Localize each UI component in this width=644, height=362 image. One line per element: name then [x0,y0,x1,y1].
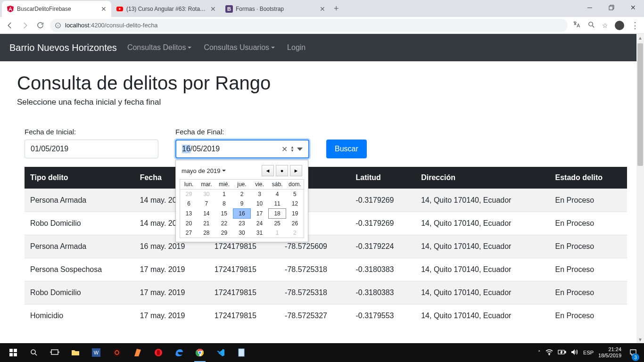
forward-button[interactable] [20,21,30,30]
edge-icon[interactable] [170,343,189,362]
date-final-input[interactable]: 16/05/2019 ✕ ▲▼ [175,140,309,158]
taskview-icon[interactable] [45,343,64,362]
tray-caret-icon[interactable]: ˄ [538,350,541,356]
url-input[interactable]: localhost:4200/consul-delito-fecha [50,19,568,32]
new-tab-button[interactable]: + [334,4,339,14]
dp-day[interactable]: 3 [251,189,269,199]
cell: Persona Sospechosa [25,258,134,281]
dp-day[interactable]: 13 [180,209,198,219]
svg-text:W: W [94,350,99,355]
dp-day[interactable]: 20 [180,219,198,229]
dp-day[interactable]: 11 [268,199,286,209]
dp-day[interactable]: 6 [180,199,198,209]
browser-tab[interactable]: B Formas · Bootstrap ✕ [221,1,330,17]
word-icon[interactable]: W [87,343,106,362]
scroll-thumb[interactable] [637,43,643,166]
dp-day[interactable]: 27 [180,228,198,238]
dp-day[interactable]: 2 [233,189,251,199]
star-icon[interactable]: ☆ [602,22,608,29]
app-icon-3[interactable] [232,343,251,362]
dp-day[interactable]: 15 [215,209,233,219]
dp-day[interactable]: 17 [251,209,269,219]
reload-button[interactable] [35,21,45,29]
dp-day[interactable]: 2 [286,228,304,238]
window-close[interactable]: ✕ [622,0,644,15]
lang-indicator[interactable]: ESP [583,350,594,355]
close-icon[interactable]: ✕ [210,5,216,13]
scroll-up[interactable]: ▲ [636,34,644,41]
browser-tab[interactable]: BuscarDelitoFirebase ✕ [2,1,111,17]
dp-prev[interactable]: ◄ [262,165,274,176]
nav-link[interactable]: Consultas Usuarios [204,43,275,52]
dp-day[interactable]: 30 [233,228,251,238]
zoom-icon[interactable] [587,21,595,30]
dp-day[interactable]: 25 [268,219,286,229]
window-maximize[interactable] [601,0,622,15]
dp-day[interactable]: 26 [286,219,304,229]
volume-icon[interactable] [571,349,578,356]
notifications-icon[interactable]: 3 [626,343,640,362]
vertical-scrollbar[interactable]: ▲ ▼ [636,34,644,343]
dp-day[interactable]: 28 [198,228,215,238]
date-initial-input[interactable]: 01/05/2019 [25,140,158,158]
dp-month-label[interactable]: mayo de 2019 [182,167,226,174]
back-button[interactable] [5,21,15,30]
label-initial: Fecha de Inicial: [25,128,158,136]
url-port: :4200 [89,22,105,29]
dp-day[interactable]: 18 [268,209,286,219]
opera-icon[interactable] [149,343,168,362]
search-button[interactable]: Buscar [326,140,367,158]
window-minimize[interactable]: ─ [579,0,601,15]
browser-tab[interactable]: (13) Curso Angular #63: Rotas: Te ✕ [111,1,221,17]
datepicker: mayo de 2019 ◄ ● ► lun.mar.mié.jue.vie.s… [175,160,308,242]
dp-day[interactable]: 19 [286,209,304,219]
app-icon-1[interactable] [107,343,126,362]
nav-link[interactable]: Consultas Delitos [127,43,192,52]
translate-icon[interactable] [572,20,581,30]
cell: 14, Quito 170140, Ecuador [415,281,549,304]
dp-day[interactable]: 5 [286,189,304,199]
explorer-icon[interactable] [66,343,85,362]
dp-day[interactable]: 7 [198,199,215,209]
dp-day[interactable]: 22 [215,219,233,229]
vscode-icon[interactable] [211,343,230,362]
clear-icon[interactable]: ✕ [281,145,288,154]
page-title: Consulta de delitos por Rango [17,73,627,94]
spin-buttons[interactable]: ▲▼ [290,146,294,152]
dp-day[interactable]: 10 [251,199,269,209]
col-header: Estado delito [550,167,627,189]
dp-day[interactable]: 29 [180,189,198,199]
brand[interactable]: Barrio Nuevos Horizontes [9,42,117,53]
cortana-icon[interactable] [25,343,43,362]
col-header: Latitud [350,167,416,189]
dp-day[interactable]: 24 [251,219,269,229]
wifi-icon[interactable] [545,349,553,356]
chrome-icon[interactable] [190,343,209,362]
battery-icon[interactable] [558,349,566,356]
clock[interactable]: 21:24 18/5/2019 [598,346,621,359]
dp-day[interactable]: 9 [233,199,251,209]
dp-day[interactable]: 29 [215,228,233,238]
dp-day[interactable]: 1 [268,228,286,238]
start-button[interactable] [4,343,23,362]
close-icon[interactable]: ✕ [101,5,107,13]
dp-day[interactable]: 12 [286,199,304,209]
dp-day[interactable]: 4 [268,189,286,199]
kebab-menu[interactable]: ⋮ [631,20,639,31]
close-icon[interactable]: ✕ [320,5,325,13]
dp-day[interactable]: 23 [233,219,251,229]
dp-day[interactable]: 16 [233,209,251,219]
dp-day[interactable]: 8 [215,199,233,209]
dp-day[interactable]: 31 [251,228,269,238]
app-icon-2[interactable] [128,343,147,362]
nav-link[interactable]: Login [287,43,305,52]
dropdown-icon[interactable] [297,148,303,151]
dp-next[interactable]: ► [290,165,302,176]
profile-avatar[interactable] [615,21,624,30]
dp-day[interactable]: 1 [215,189,233,199]
dp-day[interactable]: 30 [198,189,215,199]
dp-day[interactable]: 14 [198,209,215,219]
scroll-down[interactable]: ▼ [636,336,644,343]
dp-today[interactable]: ● [276,165,288,176]
dp-day[interactable]: 21 [198,219,215,229]
